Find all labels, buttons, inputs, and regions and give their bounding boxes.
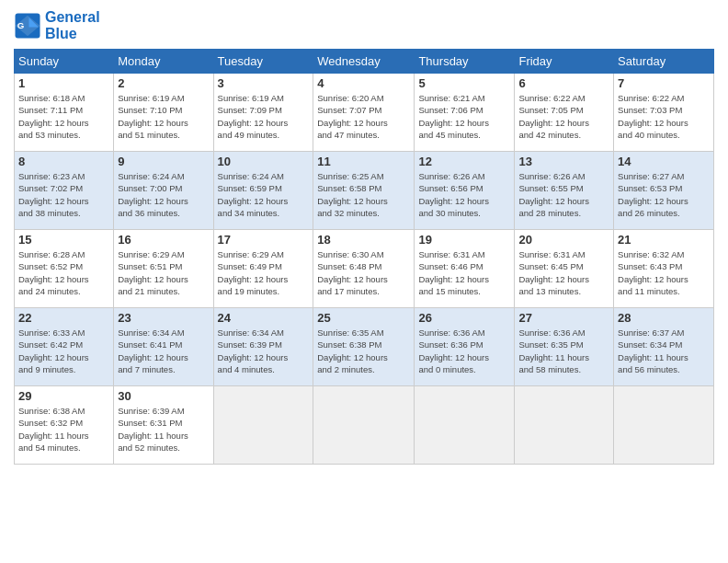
day-number: 9 [118,155,209,168]
calendar-week-row: 29Sunrise: 6:38 AM Sunset: 6:32 PM Dayli… [15,386,714,465]
day-info: Sunrise: 6:22 AM Sunset: 7:05 PM Dayligh… [518,92,609,141]
table-row: 7Sunrise: 6:22 AM Sunset: 7:03 PM Daylig… [614,74,714,152]
day-info: Sunrise: 6:26 AM Sunset: 6:56 PM Dayligh… [418,170,510,219]
table-row: 25Sunrise: 6:35 AM Sunset: 6:38 PM Dayli… [313,308,415,386]
svg-text:G: G [17,20,25,30]
day-number: 3 [218,76,310,90]
day-number: 25 [317,311,410,325]
day-info: Sunrise: 6:29 AM Sunset: 6:49 PM Dayligh… [218,248,310,297]
header-tuesday: Tuesday [213,50,313,74]
day-number: 28 [618,311,710,325]
table-row: 14Sunrise: 6:27 AM Sunset: 6:53 PM Dayli… [614,152,714,230]
day-number: 20 [518,233,609,247]
header-wednesday: Wednesday [313,50,415,74]
day-info: Sunrise: 6:38 AM Sunset: 6:32 PM Dayligh… [18,405,109,454]
day-number: 11 [317,155,410,168]
day-info: Sunrise: 6:22 AM Sunset: 7:03 PM Dayligh… [618,92,710,141]
table-row: 29Sunrise: 6:38 AM Sunset: 6:32 PM Dayli… [15,386,114,465]
header-sunday: Sunday [15,50,114,74]
day-number: 7 [618,76,710,90]
day-number: 27 [518,311,609,325]
day-number: 18 [317,233,410,247]
logo-icon: G [14,12,41,40]
table-row: 26Sunrise: 6:36 AM Sunset: 6:36 PM Dayli… [415,308,515,386]
day-number: 8 [18,155,109,168]
table-row: 27Sunrise: 6:36 AM Sunset: 6:35 PM Dayli… [515,308,614,386]
day-info: Sunrise: 6:21 AM Sunset: 7:06 PM Dayligh… [418,92,510,141]
calendar-table: Sunday Monday Tuesday Wednesday Thursday… [14,49,714,465]
calendar-week-row: 15Sunrise: 6:28 AM Sunset: 6:52 PM Dayli… [15,230,714,308]
day-number: 19 [418,233,510,247]
day-info: Sunrise: 6:26 AM Sunset: 6:55 PM Dayligh… [518,170,609,219]
day-info: Sunrise: 6:29 AM Sunset: 6:51 PM Dayligh… [118,248,209,297]
table-row: 1Sunrise: 6:18 AM Sunset: 7:11 PM Daylig… [15,74,114,152]
day-number: 29 [18,389,109,403]
calendar-week-row: 8Sunrise: 6:23 AM Sunset: 7:02 PM Daylig… [15,152,714,230]
day-info: Sunrise: 6:19 AM Sunset: 7:10 PM Dayligh… [118,92,209,141]
table-row: 5Sunrise: 6:21 AM Sunset: 7:06 PM Daylig… [415,74,515,152]
day-info: Sunrise: 6:27 AM Sunset: 6:53 PM Dayligh… [618,170,710,219]
table-row [313,386,415,465]
day-info: Sunrise: 6:19 AM Sunset: 7:09 PM Dayligh… [218,92,310,141]
table-row: 11Sunrise: 6:25 AM Sunset: 6:58 PM Dayli… [313,152,415,230]
day-number: 22 [18,311,109,325]
day-info: Sunrise: 6:31 AM Sunset: 6:46 PM Dayligh… [418,248,510,297]
table-row: 17Sunrise: 6:29 AM Sunset: 6:49 PM Dayli… [213,230,313,308]
table-row: 22Sunrise: 6:33 AM Sunset: 6:42 PM Dayli… [15,308,114,386]
table-row: 16Sunrise: 6:29 AM Sunset: 6:51 PM Dayli… [114,230,213,308]
table-row: 15Sunrise: 6:28 AM Sunset: 6:52 PM Dayli… [15,230,114,308]
table-row: 6Sunrise: 6:22 AM Sunset: 7:05 PM Daylig… [515,74,614,152]
day-info: Sunrise: 6:30 AM Sunset: 6:48 PM Dayligh… [317,248,410,297]
day-number: 6 [518,76,609,90]
day-number: 5 [418,76,510,90]
day-number: 12 [418,155,510,168]
day-number: 2 [118,76,209,90]
day-number: 4 [317,76,410,90]
day-info: Sunrise: 6:20 AM Sunset: 7:07 PM Dayligh… [317,92,410,141]
day-info: Sunrise: 6:33 AM Sunset: 6:42 PM Dayligh… [18,327,109,375]
day-number: 14 [618,155,710,168]
table-row: 21Sunrise: 6:32 AM Sunset: 6:43 PM Dayli… [614,230,714,308]
table-row [515,386,614,465]
table-row: 9Sunrise: 6:24 AM Sunset: 7:00 PM Daylig… [114,152,213,230]
table-row: 12Sunrise: 6:26 AM Sunset: 6:56 PM Dayli… [415,152,515,230]
day-info: Sunrise: 6:35 AM Sunset: 6:38 PM Dayligh… [317,327,410,375]
day-info: Sunrise: 6:31 AM Sunset: 6:45 PM Dayligh… [518,248,609,297]
day-number: 26 [418,311,510,325]
day-number: 10 [218,155,310,168]
table-row: 8Sunrise: 6:23 AM Sunset: 7:02 PM Daylig… [15,152,114,230]
table-row [213,386,313,465]
day-number: 13 [518,155,609,168]
header-friday: Friday [515,50,614,74]
table-row: 18Sunrise: 6:30 AM Sunset: 6:48 PM Dayli… [313,230,415,308]
day-number: 15 [18,233,109,247]
day-info: Sunrise: 6:39 AM Sunset: 6:31 PM Dayligh… [118,405,209,454]
calendar-week-row: 22Sunrise: 6:33 AM Sunset: 6:42 PM Dayli… [15,308,714,386]
header-monday: Monday [114,50,213,74]
calendar-page: G General Blue Sunday Monday Tuesday Wed… [0,0,728,563]
table-row [415,386,515,465]
day-number: 30 [118,389,209,403]
table-row: 30Sunrise: 6:39 AM Sunset: 6:31 PM Dayli… [114,386,213,465]
day-info: Sunrise: 6:25 AM Sunset: 6:58 PM Dayligh… [317,170,410,219]
day-info: Sunrise: 6:34 AM Sunset: 6:39 PM Dayligh… [218,327,310,375]
day-info: Sunrise: 6:36 AM Sunset: 6:35 PM Dayligh… [518,327,609,375]
table-row: 23Sunrise: 6:34 AM Sunset: 6:41 PM Dayli… [114,308,213,386]
day-info: Sunrise: 6:24 AM Sunset: 6:59 PM Dayligh… [218,170,310,219]
day-number: 16 [118,233,209,247]
table-row: 24Sunrise: 6:34 AM Sunset: 6:39 PM Dayli… [213,308,313,386]
table-row: 19Sunrise: 6:31 AM Sunset: 6:46 PM Dayli… [415,230,515,308]
day-number: 24 [218,311,310,325]
day-info: Sunrise: 6:34 AM Sunset: 6:41 PM Dayligh… [118,327,209,375]
day-info: Sunrise: 6:37 AM Sunset: 6:34 PM Dayligh… [618,327,710,375]
day-info: Sunrise: 6:18 AM Sunset: 7:11 PM Dayligh… [18,92,109,141]
table-row: 28Sunrise: 6:37 AM Sunset: 6:34 PM Dayli… [614,308,714,386]
header: G General Blue [14,9,714,41]
weekday-header-row: Sunday Monday Tuesday Wednesday Thursday… [15,50,714,74]
day-number: 21 [618,233,710,247]
day-info: Sunrise: 6:32 AM Sunset: 6:43 PM Dayligh… [618,248,710,297]
day-info: Sunrise: 6:23 AM Sunset: 7:02 PM Dayligh… [18,170,109,219]
logo-text: General Blue [45,9,100,41]
day-info: Sunrise: 6:24 AM Sunset: 7:00 PM Dayligh… [118,170,209,219]
table-row: 3Sunrise: 6:19 AM Sunset: 7:09 PM Daylig… [213,74,313,152]
